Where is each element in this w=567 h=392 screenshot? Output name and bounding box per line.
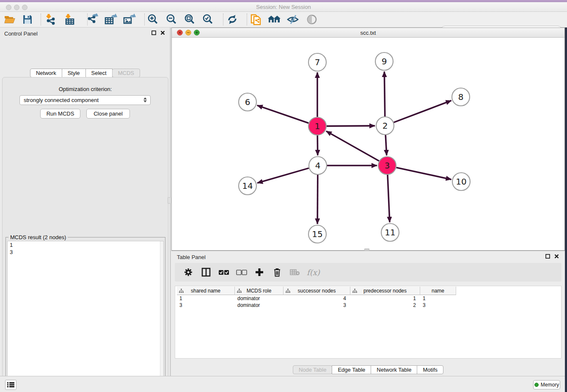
shared-column-icon	[286, 289, 290, 293]
graph-node-10[interactable]: 10	[452, 173, 470, 190]
graph-node-2[interactable]: 2	[376, 117, 394, 135]
table-cell[interactable]: 3	[284, 302, 350, 309]
function-builder-icon[interactable]: f(x)	[307, 268, 320, 277]
table-cell[interactable]: 1	[350, 295, 420, 302]
table-tab-motifs[interactable]: Motifs	[417, 365, 443, 374]
export-image-icon[interactable]	[122, 13, 137, 26]
edge-4-to-15[interactable]	[317, 175, 318, 224]
graph-node-8[interactable]: 8	[452, 88, 470, 106]
table-cell[interactable]: dominator	[235, 295, 284, 302]
node-table: shared nameMCDS rolesuccessor nodesprede…	[175, 286, 561, 359]
control-tab-mcds[interactable]: MCDS	[112, 69, 140, 77]
graph-node-7[interactable]: 7	[308, 53, 326, 71]
table-cell[interactable]: 1	[420, 295, 456, 302]
edge-3-to-1[interactable]	[326, 131, 379, 161]
import-network-icon[interactable]	[44, 13, 58, 26]
memory-button[interactable]: Memory	[533, 380, 560, 389]
memory-status-dot	[534, 383, 539, 387]
graph-node-9[interactable]: 9	[375, 52, 393, 70]
edge-1-to-6[interactable]	[257, 105, 309, 123]
edge-3-to-11[interactable]	[388, 175, 390, 222]
table-cell[interactable]: 2	[350, 302, 420, 309]
table-settings-gear-icon[interactable]	[182, 266, 194, 278]
run-mcds-button[interactable]: Run MCDS	[40, 109, 80, 119]
show-panel-eye-icon[interactable]	[305, 13, 319, 26]
close-panel-icon[interactable]	[554, 254, 559, 259]
table-cell[interactable]: dominator	[235, 302, 284, 309]
edge-2-to-8[interactable]	[394, 101, 451, 123]
edge-2-to-3[interactable]	[385, 135, 387, 155]
result-scrollbar[interactable]	[160, 241, 163, 392]
graph-node-15[interactable]: 15	[308, 225, 326, 243]
window-title: Session: New Session	[0, 4, 567, 10]
control-panel-title: Control Panel	[4, 30, 38, 37]
network-canvas[interactable]: 7968124314101511	[172, 38, 564, 250]
control-tab-select[interactable]: Select	[85, 69, 113, 77]
float-panel-icon[interactable]	[545, 254, 550, 259]
table-toolbar: f(x)	[175, 263, 561, 282]
float-panel-icon[interactable]	[151, 30, 156, 35]
table-cell[interactable]: 1	[177, 295, 235, 302]
toolbar-separator	[223, 14, 223, 25]
table-tab-edge-table[interactable]: Edge Table	[332, 365, 371, 374]
mcds-result-node[interactable]: 3	[8, 248, 163, 256]
hide-panel-eye-icon[interactable]	[286, 13, 300, 26]
graph-node-1[interactable]: 1	[308, 117, 326, 135]
edge-1-to-2[interactable]	[327, 126, 375, 126]
graph-node-11[interactable]: 11	[381, 224, 399, 241]
panel-splitter-grabber[interactable]	[168, 197, 171, 204]
column-header-successor-nodes[interactable]: successor nodes	[284, 287, 350, 295]
save-session-icon[interactable]	[20, 13, 35, 26]
zoom-in-icon[interactable]	[146, 13, 160, 26]
table-panel-window-icons	[545, 254, 559, 259]
column-header-shared-name[interactable]: shared name	[177, 287, 235, 295]
open-session-icon[interactable]	[3, 13, 17, 26]
network-graph[interactable]: 7968124314101511	[172, 38, 564, 250]
table-row[interactable]: 1dominator411	[177, 295, 456, 302]
criterion-dropdown[interactable]: strongly connected component	[19, 95, 151, 105]
main-toolbar	[0, 12, 567, 28]
graph-node-3[interactable]: 3	[378, 157, 396, 174]
edge-1-to-4[interactable]	[317, 135, 318, 155]
edge-3-to-10[interactable]	[396, 168, 451, 179]
delete-column-trash-icon[interactable]	[271, 266, 283, 278]
column-header-predecessor-nodes[interactable]: predecessor nodes	[350, 287, 420, 295]
control-panel: Control Panel NetworkStyleSelectMCDS Opt…	[0, 28, 171, 376]
control-tab-style[interactable]: Style	[62, 69, 86, 77]
mcds-result-list[interactable]: 13	[7, 241, 164, 392]
svg-text:10: 10	[456, 177, 466, 187]
table-tab-node-table[interactable]: Node Table	[293, 365, 333, 374]
overview-home-icon[interactable]	[267, 13, 281, 26]
refresh-icon[interactable]	[225, 13, 239, 26]
column-header-name[interactable]: name	[420, 287, 456, 295]
column-header-MCDS-role[interactable]: MCDS role	[235, 287, 284, 295]
graph-node-14[interactable]: 14	[239, 177, 256, 195]
graph-node-4[interactable]: 4	[309, 157, 327, 174]
close-panel-icon[interactable]	[160, 30, 165, 35]
table-row[interactable]: 3dominator323	[177, 302, 456, 309]
edge-2-to-9[interactable]	[384, 72, 385, 116]
select-all-columns-icon[interactable]	[218, 266, 230, 278]
close-panel-button[interactable]: Close panel	[86, 109, 130, 119]
zoom-out-icon[interactable]	[165, 13, 179, 26]
svg-text:2: 2	[383, 121, 388, 131]
table-cell[interactable]: 3	[177, 302, 235, 309]
control-tab-network[interactable]: Network	[30, 69, 62, 77]
status-menu-button[interactable]	[5, 380, 17, 390]
graph-node-6[interactable]: 6	[239, 93, 256, 111]
export-network-icon[interactable]	[85, 13, 99, 26]
show-columns-icon[interactable]	[200, 266, 212, 278]
unselect-all-columns-icon[interactable]	[236, 266, 248, 278]
delete-table-icon[interactable]	[289, 266, 301, 278]
table-cell[interactable]: 4	[284, 295, 350, 302]
mcds-result-node[interactable]: 1	[8, 241, 163, 248]
import-table-icon[interactable]	[63, 13, 77, 26]
zoom-fit-icon[interactable]	[183, 13, 197, 26]
zoom-selected-icon[interactable]	[201, 13, 215, 26]
table-tab-network-table[interactable]: Network Table	[371, 365, 417, 374]
table-cell[interactable]: 3	[420, 302, 456, 309]
duplicate-network-icon[interactable]	[249, 13, 263, 26]
create-column-plus-icon[interactable]	[253, 266, 265, 278]
export-table-icon[interactable]	[104, 13, 118, 26]
edge-4-to-14[interactable]	[257, 168, 309, 183]
